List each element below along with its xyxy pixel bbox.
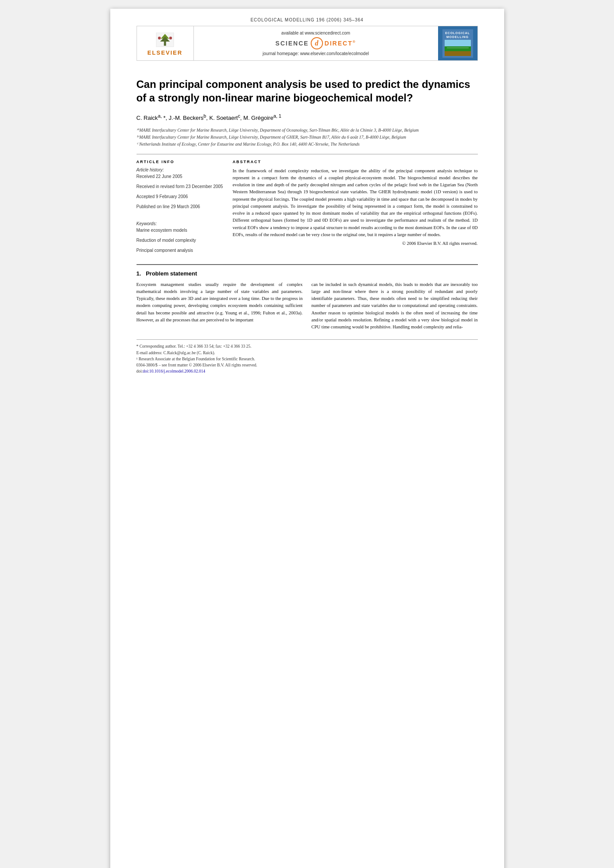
keywords-subhead: Keywords: (137, 221, 224, 226)
section1-right-col: can be included in such dynamical models… (312, 281, 478, 331)
svg-point-4 (158, 36, 161, 39)
header-divider (137, 154, 478, 154)
elsevier-logo: ELSEVIER (147, 31, 182, 56)
author-raick: C. Raick (137, 115, 158, 122)
svg-point-5 (169, 36, 172, 39)
section-divider (137, 264, 478, 265)
journal-banner: ELSEVIER available at www.sciencedirect.… (137, 26, 478, 61)
keyword-3: Principal component analysis (137, 247, 224, 254)
article-info-column: ARTICLE INFO Article history: Received 2… (137, 160, 224, 257)
section1-right-text: can be included in such dynamical models… (312, 281, 478, 331)
abstract-text: In the framework of model complexity red… (233, 167, 478, 248)
article-info-label: ARTICLE INFO (137, 160, 224, 164)
published-date: Published on line 29 March 2006 (137, 203, 224, 210)
svg-rect-1 (164, 42, 166, 46)
available-at-url: available at www.sciencedirect.com (281, 31, 350, 35)
copyright-notice: © 2006 Elsevier B.V. All rights reserved… (233, 240, 478, 247)
author-soetaert: K. Soetaert (209, 115, 238, 122)
section1-number: 1. (137, 270, 141, 277)
affiliations: ᴬ MARE Interfacultary Center for Marine … (137, 127, 478, 148)
section1-body: Ecosystem management studies usually req… (137, 281, 478, 331)
affiliation-b: ᵇ MARE Interfacultary Center for Marine … (137, 134, 478, 141)
authors-line: C. Raicka, *, J.-M. Beckersb, K. Soetaer… (137, 112, 478, 123)
footnote-corresponding: * Corresponding author. Tel.: +32 4 366 … (137, 343, 478, 349)
author-beckers: J.-M. Beckers (169, 115, 203, 122)
history-subhead: Article history: (137, 167, 224, 172)
info-abstract-columns: ARTICLE INFO Article history: Received 2… (137, 160, 478, 257)
keyword-2: Reduction of model complexity (137, 237, 224, 244)
footnote-1: ¹ Research Associate at the Belgian Foun… (137, 356, 478, 362)
section1-title: Problem statement (146, 270, 197, 277)
section1-left-text: Ecosystem management studies usually req… (137, 281, 303, 324)
direct-word: DIRECT® (325, 40, 356, 47)
footnote-issn: 0304-3800/$ – see front matter © 2006 El… (137, 362, 478, 368)
journal-header: ECOLOGICAL MODELLING 196 (2006) 345–364 (110, 9, 504, 61)
affiliation-a: ᴬ MARE Interfacultary Center for Marine … (137, 127, 478, 134)
abstract-label: ABSTRACT (233, 160, 478, 164)
section1-heading: 1. Problem statement (137, 270, 478, 277)
elsevier-logo-area: ELSEVIER (137, 26, 194, 60)
abstract-body: In the framework of model complexity red… (233, 168, 478, 237)
affiliation-c: ᶜ Netherlands Institute of Ecology, Cent… (137, 141, 478, 148)
article-content: Can principal component analysis be used… (110, 61, 504, 392)
author-gregoire: M. Grégoire (243, 115, 274, 122)
keyword-1: Marine ecosystem models (137, 227, 224, 234)
journal-cover-image: ECOLOGICALMODELLING (438, 26, 477, 60)
science-word: SCIENCE (275, 40, 309, 47)
abstract-column: ABSTRACT In the framework of model compl… (233, 160, 478, 257)
page: ECOLOGICAL MODELLING 196 (2006) 345–364 (110, 9, 504, 868)
footnote-doi: doi:doi:10.1016/j.ecolmodel.2006.02.014 (137, 368, 478, 374)
sd-circle-icon: d (311, 37, 323, 49)
section1-left-col: Ecosystem management studies usually req… (137, 281, 303, 331)
sciencedirect-center: available at www.sciencedirect.com SCIEN… (194, 31, 438, 56)
elsevier-text-label: ELSEVIER (147, 49, 182, 56)
received-date: Received 22 June 2005 (137, 173, 224, 180)
elsevier-tree-icon (154, 31, 176, 49)
accepted-date: Accepted 9 February 2006 (137, 193, 224, 200)
journal-volume-info: ECOLOGICAL MODELLING 196 (2006) 345–364 (137, 17, 478, 22)
footnote-email: E-mail address: C.Raick@ulg.ac.be (C. Ra… (137, 350, 478, 356)
doi-link[interactable]: doi:10.1016/j.ecolmodel.2006.02.014 (143, 369, 205, 373)
revised-date: Received in revised form 23 December 200… (137, 183, 224, 190)
sciencedirect-logo: SCIENCE d DIRECT® (275, 37, 356, 49)
journal-homepage-url: journal homepage: www.elsevier.com/locat… (263, 51, 369, 56)
footnotes-section: * Corresponding author. Tel.: +32 4 366 … (137, 339, 478, 374)
article-title: Can principal component analysis be used… (137, 77, 478, 105)
